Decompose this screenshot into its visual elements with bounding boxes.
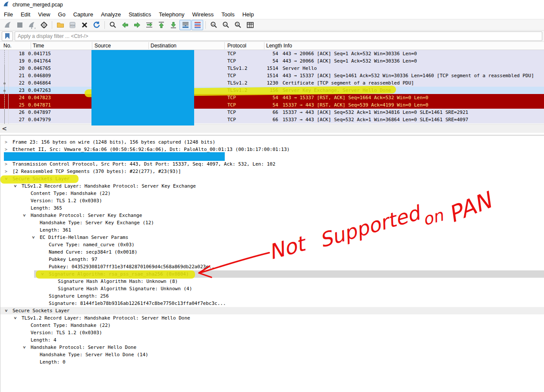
detail-line-12[interactable]: Handshake Type: Server Key Exchange (12) — [0, 219, 544, 226]
detail-line-23[interactable]: Signature: 8144f1eb78b9316ab12261f47c8be… — [0, 300, 544, 307]
detail-line-26[interactable]: Content Type: Handshake (22) — [0, 322, 544, 329]
detail-line-9[interactable]: Version: TLS 1.2 (0x0303) — [0, 197, 544, 204]
menu-item-telephony[interactable]: Telephony — [155, 10, 188, 19]
column-separator[interactable] — [280, 42, 281, 49]
column-header-info[interactable]: Info — [283, 42, 292, 50]
column-header-protocol[interactable]: Protocol — [227, 42, 246, 50]
colorize-icon[interactable] — [192, 20, 203, 30]
chevron-down-icon[interactable]: > — [21, 213, 28, 219]
detail-line-25[interactable]: >TLSv1.2 Record Layer: Handshake Protoco… — [0, 314, 544, 322]
zoom-normal-icon[interactable]: 1 — [232, 20, 244, 30]
detail-line-16[interactable]: Named Curve: secp384r1 (0x0018) — [0, 248, 544, 256]
chevron-right-icon[interactable]: > — [3, 168, 9, 175]
menu-item-view[interactable]: View — [34, 10, 54, 19]
menu-item-analyze[interactable]: Analyze — [97, 10, 125, 19]
zoom-out-icon[interactable]: − — [220, 20, 232, 30]
zoom-in-icon[interactable]: + — [208, 20, 220, 30]
packet-row-20[interactable]: 200.046765TLSv1.21514Server Hello — [0, 65, 544, 72]
related-packet-dot — [3, 90, 6, 92]
detail-line-1[interactable]: >Frame 23: 156 bytes on wire (1248 bits)… — [0, 138, 544, 146]
display-filter-input[interactable] — [15, 31, 542, 41]
detail-line-30[interactable]: Handshake Type: Server Hello Done (14) — [0, 351, 544, 358]
chevron-down-icon[interactable]: > — [30, 235, 37, 241]
filter-bookmark-button[interactable] — [2, 31, 13, 41]
go-last-icon[interactable] — [167, 20, 179, 30]
packet-row-24[interactable]: 240.047823TCP54443 → 15337 [RST, ACK] Se… — [0, 94, 544, 101]
column-separator[interactable] — [148, 42, 149, 49]
stop-capture-icon[interactable] — [14, 20, 25, 30]
chevron-down-icon[interactable]: > — [12, 183, 19, 189]
menu-item-help[interactable]: Help — [239, 10, 258, 19]
menu-item-capture[interactable]: Capture — [69, 10, 97, 19]
detail-text: Signature Length: 256 — [49, 292, 109, 300]
menu-item-wireless[interactable]: Wireless — [188, 10, 217, 19]
scroll-left-icon[interactable]: < — [1, 125, 8, 132]
column-separator[interactable] — [264, 42, 264, 49]
detail-line-18[interactable]: Pubkey: 043529308107ff31e3f4828701069d4c… — [0, 263, 544, 270]
chevron-down-icon[interactable]: > — [3, 308, 10, 314]
detail-line-27[interactable]: Version: TLS 1.2 (0x0303) — [0, 329, 544, 336]
packet-row-25[interactable]: 250.047871TCP5415337 → 443 [RST, ACK] Se… — [0, 101, 544, 109]
detail-line-4[interactable]: >Transmission Control Protocol, Src Port… — [0, 160, 544, 168]
detail-line-20[interactable]: Signature Hash Algorithm Hash: Unknown (… — [0, 278, 544, 285]
detail-line-21[interactable]: Signature Hash Algorithm Signature: Unkn… — [0, 285, 544, 292]
detail-line-28[interactable]: Length: 4 — [0, 336, 544, 344]
detail-line-7[interactable]: >TLSv1.2 Record Layer: Handshake Protoco… — [0, 182, 544, 190]
detail-text: Handshake Protocol: Server Key Exchange — [31, 212, 142, 219]
go-back-icon[interactable] — [119, 20, 131, 30]
column-header-no[interactable]: No. — [3, 42, 12, 50]
menu-item-statistics[interactable]: Statistics — [125, 10, 155, 19]
detail-line-10[interactable]: Length: 365 — [0, 204, 544, 212]
detail-line-24[interactable]: >Secure Sockets Layer — [0, 307, 544, 314]
column-header-length[interactable]: Length — [266, 42, 282, 50]
detail-line-13[interactable]: Length: 361 — [0, 226, 544, 234]
column-separator[interactable] — [224, 42, 225, 49]
resize-columns-icon[interactable] — [244, 20, 256, 30]
column-header-destination[interactable]: Destination — [151, 42, 176, 50]
column-header-time[interactable]: Time — [33, 42, 44, 50]
detail-line-15[interactable]: Curve Type: named_curve (0x03) — [0, 241, 544, 248]
chevron-down-icon[interactable]: > — [21, 345, 28, 351]
menu-item-edit[interactable]: Edit — [17, 10, 34, 19]
save-file-icon[interactable]: 010 — [66, 20, 78, 30]
packet-row-19[interactable]: 190.041764TCP54443 → 20066 [ACK] Seq=1 A… — [0, 57, 544, 65]
detail-line-29[interactable]: >Handshake Protocol: Server Hello Done — [0, 344, 544, 351]
detail-line-5[interactable]: >[2 Reassembled TCP Segments (370 bytes)… — [0, 168, 544, 175]
detail-line-8[interactable]: Content Type: Handshake (22) — [0, 190, 544, 197]
chevron-down-icon[interactable]: > — [12, 315, 19, 321]
detail-line-11[interactable]: >Handshake Protocol: Server Key Exchange — [0, 212, 544, 219]
packet-row-18[interactable]: 180.041715TCP54443 → 20066 [ACK] Seq=1 A… — [0, 50, 544, 57]
packet-row-22[interactable]: 220.046864TLSv1.21230Certificate [TCP se… — [0, 79, 544, 87]
menu-item-file[interactable]: File — [0, 10, 17, 19]
detail-line-6[interactable]: >Secure Sockets Layer — [0, 175, 544, 182]
packet-row-26[interactable]: 260.047897TCP6615337 → 443 [ACK] Seq=532… — [0, 109, 544, 116]
chevron-right-icon[interactable]: > — [3, 138, 9, 146]
detail-line-31[interactable]: Length: 0 — [0, 358, 544, 366]
column-header-source[interactable]: Source — [94, 42, 111, 50]
packet-list-hscrollbar[interactable]: < — [0, 124, 544, 133]
packet-row-21[interactable]: 210.046809TCP1514443 → 15337 [ACK] Seq=1… — [0, 72, 544, 79]
menu-item-go[interactable]: Go — [54, 10, 69, 19]
detail-line-14[interactable]: >EC Diffie-Hellman Server Params — [0, 234, 544, 241]
find-packet-icon[interactable] — [107, 20, 119, 30]
column-separator[interactable] — [92, 42, 92, 49]
packet-row-27[interactable]: 270.047979TCP6615337 → 443 [ACK] Seq=532… — [0, 116, 544, 123]
chevron-right-icon[interactable]: > — [3, 160, 9, 168]
close-file-icon[interactable] — [79, 20, 90, 30]
go-to-packet-icon[interactable] — [143, 20, 155, 30]
capture-options-icon[interactable] — [38, 20, 50, 30]
reload-file-icon[interactable] — [91, 20, 102, 30]
bookmark-icon — [5, 33, 9, 39]
column-separator[interactable] — [31, 42, 31, 49]
go-first-icon[interactable] — [155, 20, 167, 30]
detail-line-17[interactable]: Pubkey Length: 97 — [0, 256, 544, 263]
detail-line-22[interactable]: Signature Length: 256 — [0, 292, 544, 300]
go-forward-icon[interactable] — [131, 20, 143, 30]
auto-scroll-icon[interactable] — [179, 20, 191, 30]
open-file-icon[interactable] — [54, 20, 66, 30]
detail-line-3[interactable] — [0, 153, 544, 160]
restart-capture-icon[interactable] — [26, 20, 38, 30]
start-capture-icon[interactable] — [2, 20, 13, 30]
menu-item-tools[interactable]: Tools — [217, 10, 238, 19]
cell-info: 15337 → 443 [ACK] Seq=532 Ack=1 Win=3481… — [283, 109, 468, 116]
